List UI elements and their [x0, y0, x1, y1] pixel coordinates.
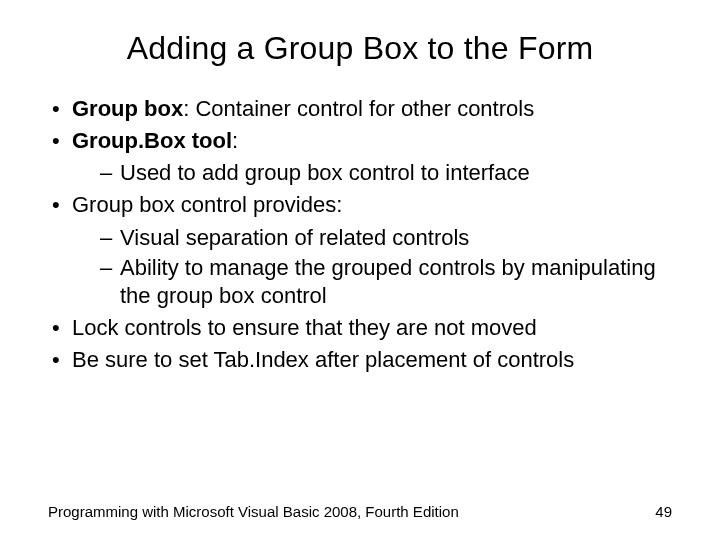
bullet-bold-term: Group box	[72, 96, 183, 121]
bullet-text: :	[232, 128, 238, 153]
bullet-text: Group box control provides:	[72, 192, 342, 217]
slide-title: Adding a Group Box to the Form	[48, 30, 672, 67]
bullet-item: Group box: Container control for other c…	[48, 95, 672, 123]
bullet-item: Group.Box tool: Used to add group box co…	[48, 127, 672, 187]
page-number: 49	[655, 503, 672, 520]
sub-bullet-item: Visual separation of related controls	[100, 224, 672, 252]
sub-bullet-list: Used to add group box control to interfa…	[72, 159, 672, 187]
sub-bullet-list: Visual separation of related controls Ab…	[72, 224, 672, 310]
slide: Adding a Group Box to the Form Group box…	[0, 0, 720, 540]
bullet-item: Be sure to set Tab.Index after placement…	[48, 346, 672, 374]
bullet-bold-term: Group.Box tool	[72, 128, 232, 153]
bullet-item: Group box control provides: Visual separ…	[48, 191, 672, 310]
bullet-list: Group box: Container control for other c…	[48, 95, 672, 374]
footer-source: Programming with Microsoft Visual Basic …	[48, 503, 459, 520]
slide-footer: Programming with Microsoft Visual Basic …	[48, 503, 672, 520]
bullet-text: : Container control for other controls	[183, 96, 534, 121]
bullet-item: Lock controls to ensure that they are no…	[48, 314, 672, 342]
sub-bullet-item: Used to add group box control to interfa…	[100, 159, 672, 187]
sub-bullet-item: Ability to manage the grouped controls b…	[100, 254, 672, 310]
slide-body: Group box: Container control for other c…	[48, 95, 672, 374]
